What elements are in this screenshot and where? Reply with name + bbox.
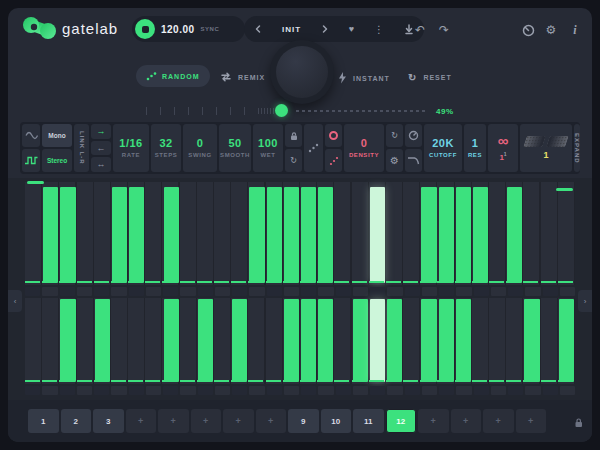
page-right-chevron-icon[interactable]: › xyxy=(578,290,592,312)
gate-step-17[interactable] xyxy=(301,299,316,382)
pattern-slot-12[interactable]: 12 xyxy=(386,409,417,433)
mono-button[interactable]: Mono xyxy=(42,124,72,147)
tempo-dial-icon[interactable] xyxy=(520,22,536,38)
pattern-slot-10[interactable]: 10 xyxy=(321,409,352,433)
density-control[interactable]: 0 DENSITY xyxy=(344,124,384,172)
gate-step-18[interactable] xyxy=(318,187,333,283)
favorite-heart-icon[interactable]: ♥ xyxy=(349,24,354,34)
density-target-button[interactable] xyxy=(325,124,342,147)
filter-curve-button[interactable] xyxy=(405,149,422,172)
gate-step-9[interactable] xyxy=(164,299,179,382)
bpm-value[interactable]: 120.00 xyxy=(161,24,195,35)
gate-step-25[interactable] xyxy=(439,299,454,382)
lock-button[interactable] xyxy=(285,124,302,147)
res-control[interactable]: 1 RES xyxy=(464,124,486,172)
preset-next-icon[interactable] xyxy=(321,24,329,34)
gate-step-2[interactable] xyxy=(43,187,58,283)
page-left-chevron-icon[interactable]: ‹ xyxy=(8,290,22,312)
pattern-slot-9[interactable]: 9 xyxy=(288,409,319,433)
gate-step-17[interactable] xyxy=(301,187,316,283)
loop-end-marker[interactable] xyxy=(556,188,573,191)
gate-step-29[interactable] xyxy=(507,187,522,283)
gate-step-3[interactable] xyxy=(60,187,75,283)
swing-control[interactable]: 0 SWING xyxy=(183,124,217,172)
gate-step-26[interactable] xyxy=(456,187,471,283)
gate-step-14[interactable] xyxy=(249,187,264,283)
remix-button[interactable]: REMIX xyxy=(220,72,265,82)
redo-icon[interactable]: ↷ xyxy=(436,22,452,38)
steps-control[interactable]: 32 STEPS xyxy=(151,124,181,172)
pattern-slot-7[interactable]: + xyxy=(223,409,254,433)
square-wave-button[interactable] xyxy=(22,149,40,172)
pattern-slot-15[interactable]: + xyxy=(483,409,514,433)
pattern-slot-14[interactable]: + xyxy=(451,409,482,433)
gate-step-16[interactable] xyxy=(284,187,299,283)
gate-lane-bottom[interactable] xyxy=(25,298,575,384)
undo-icon[interactable]: ↶ xyxy=(412,22,428,38)
gate-step-5[interactable] xyxy=(95,299,110,382)
pattern-slot-2[interactable]: 2 xyxy=(61,409,92,433)
preset-menu-kebab-icon[interactable]: ⋮ xyxy=(374,24,384,35)
gate-step-16[interactable] xyxy=(284,299,299,382)
pattern-slot-4[interactable]: + xyxy=(126,409,157,433)
sine-wave-button[interactable] xyxy=(22,124,40,147)
gate-step-13[interactable] xyxy=(232,299,247,382)
gate-lane-top[interactable] xyxy=(25,182,575,285)
gate-step-21[interactable] xyxy=(370,299,385,382)
gate-step-27[interactable] xyxy=(473,187,488,283)
gate-step-9[interactable] xyxy=(164,187,179,283)
gate-randomize-button[interactable] xyxy=(304,124,323,172)
gate-step-3[interactable] xyxy=(60,299,75,382)
rate-control[interactable]: 1/16 RATE xyxy=(113,124,149,172)
reset-button[interactable]: ↻ RESET xyxy=(408,72,452,83)
direction-forward-icon[interactable]: → xyxy=(91,124,111,139)
randomize-amount-slider[interactable] xyxy=(146,103,430,119)
gate-step-21[interactable] xyxy=(370,187,385,283)
pattern-slot-13[interactable]: + xyxy=(418,409,449,433)
gate-step-7[interactable] xyxy=(129,187,144,283)
slider-handle[interactable] xyxy=(275,104,288,117)
pattern-lock-icon[interactable] xyxy=(573,414,584,432)
density-scatter-button[interactable] xyxy=(325,149,342,172)
direction-pingpong-icon[interactable]: ↔ xyxy=(91,157,111,172)
gate-step-26[interactable] xyxy=(456,299,471,382)
pattern-slot-8[interactable]: + xyxy=(256,409,287,433)
gate-step-18[interactable] xyxy=(318,299,333,382)
pattern-slot-6[interactable]: + xyxy=(191,409,222,433)
gate-step-6[interactable] xyxy=(112,187,127,283)
stop-button[interactable] xyxy=(135,19,155,39)
filter-gear-icon[interactable]: ⚙ xyxy=(386,149,403,172)
preset-prev-icon[interactable] xyxy=(254,24,262,34)
pattern-slot-1[interactable]: 1 xyxy=(28,409,59,433)
gate-step-30[interactable] xyxy=(524,299,539,382)
gate-step-15[interactable] xyxy=(267,187,282,283)
wet-control[interactable]: 100 WET xyxy=(253,124,283,172)
filter-reset-icon[interactable]: ↻ xyxy=(386,124,403,147)
smooth-control[interactable]: 50 SMOOTH xyxy=(219,124,251,172)
stereo-button[interactable]: Stereo xyxy=(42,149,72,172)
gate-step-24[interactable] xyxy=(421,187,436,283)
pattern-slot-3[interactable]: 3 xyxy=(93,409,124,433)
gate-step-24[interactable] xyxy=(421,299,436,382)
loop-start-marker[interactable] xyxy=(27,181,44,184)
pattern-slot-5[interactable]: + xyxy=(158,409,189,433)
settings-gear-icon[interactable]: ⚙ xyxy=(543,22,559,38)
info-icon[interactable]: i xyxy=(567,22,583,38)
direction-reverse-icon[interactable]: ← xyxy=(91,141,111,156)
gate-step-25[interactable] xyxy=(439,187,454,283)
gate-reset-icon[interactable]: ↻ xyxy=(285,149,302,172)
pattern-slot-16[interactable]: + xyxy=(516,409,547,433)
cutoff-control[interactable]: 20K CUTOFF xyxy=(424,124,462,172)
pattern-slot-11[interactable]: 11 xyxy=(353,409,384,433)
gate-step-11[interactable] xyxy=(198,299,213,382)
sync-label[interactable]: SYNC xyxy=(201,26,220,32)
instant-button[interactable]: INSTANT xyxy=(338,72,390,84)
gate-step-32[interactable] xyxy=(559,299,574,382)
link-lr-button[interactable]: LINK L-R xyxy=(74,124,89,172)
texture-control[interactable]: 1 xyxy=(520,124,572,172)
preset-name[interactable]: INIT xyxy=(282,25,301,34)
random-button[interactable]: RANDOM xyxy=(136,65,210,87)
main-knob[interactable] xyxy=(270,40,334,104)
infinity-loop-control[interactable]: ∞ 11 xyxy=(488,124,518,172)
expand-button[interactable]: EXPAND xyxy=(574,124,580,172)
